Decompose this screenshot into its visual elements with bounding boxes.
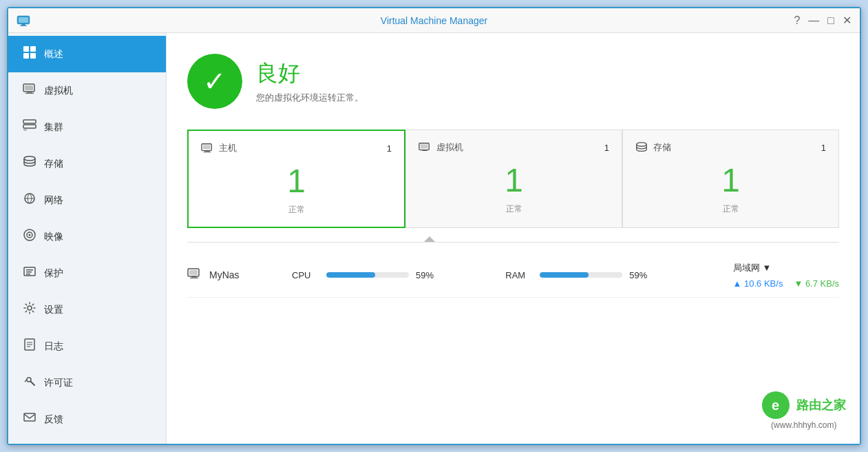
license-icon — [22, 374, 37, 391]
status-circle: ✓ — [187, 54, 242, 109]
host-icon — [201, 142, 213, 154]
sidebar-item-storage[interactable]: 存储 — [8, 145, 166, 182]
app-window: Virtual Machine Manager ? — □ ✕ 概述 虚拟机 — [7, 7, 861, 445]
network-group: 局域网 ▼ ▲ 10.6 KB/s ▼ 6.7 KB/s — [733, 262, 839, 289]
divider-arrow — [424, 236, 435, 242]
protect-icon — [22, 265, 37, 282]
status-header: ✓ 良好 您的虚拟化环境运转正常。 — [187, 54, 839, 109]
card-host-header: 主机 1 — [201, 142, 392, 154]
close-button[interactable]: ✕ — [843, 15, 851, 26]
card-storage-number: 1 — [635, 161, 826, 201]
card-host-status: 正常 — [201, 204, 392, 216]
svg-rect-1 — [19, 17, 28, 23]
sidebar-label-overview: 概述 — [44, 48, 63, 61]
help-button[interactable]: ? — [794, 15, 800, 26]
titlebar-left — [17, 14, 30, 28]
svg-point-23 — [28, 306, 32, 310]
sidebar-item-network[interactable]: 网络 — [8, 182, 166, 218]
main-area: 概述 虚拟机 集群 存储 — [8, 33, 860, 444]
card-host[interactable]: 主机 1 1 正常 — [187, 130, 405, 228]
logs-icon — [22, 338, 37, 355]
sidebar-label-protect: 保护 — [44, 267, 63, 280]
minimize-button[interactable]: — — [808, 15, 819, 26]
sidebar-item-license[interactable]: 许可证 — [8, 364, 166, 401]
network-speeds: ▲ 10.6 KB/s ▼ 6.7 KB/s — [733, 278, 839, 289]
sidebar-label-cluster: 集群 — [44, 121, 63, 134]
card-vm[interactable]: 虚拟机 1 1 正常 — [405, 130, 622, 228]
host-row-icon — [187, 267, 201, 284]
maximize-button[interactable]: □ — [827, 15, 834, 26]
card-host-label: 主机 — [219, 142, 237, 154]
card-vm-count: 1 — [604, 143, 609, 153]
sidebar-label-storage: 存储 — [44, 158, 63, 170]
sidebar-item-logs[interactable]: 日志 — [8, 328, 166, 364]
status-text: 良好 您的虚拟化环境运转正常。 — [256, 59, 363, 104]
svg-rect-6 — [23, 53, 29, 59]
window-title: Virtual Machine Manager — [381, 15, 487, 26]
cpu-label: CPU — [292, 270, 319, 280]
svg-rect-31 — [24, 413, 35, 421]
image-icon — [22, 228, 37, 245]
svg-rect-42 — [191, 276, 197, 278]
svg-rect-14 — [23, 129, 27, 131]
cpu-percent: 59% — [416, 270, 443, 280]
summary-cards: 主机 1 1 正常 虚拟机 1 1 — [187, 130, 839, 228]
svg-rect-3 — [20, 25, 27, 26]
sidebar-item-cluster[interactable]: 集群 — [8, 109, 166, 145]
cluster-icon — [22, 119, 37, 136]
download-speed: ▼ 6.7 KB/s — [794, 278, 839, 289]
watermark-url: (www.hhhyh.com) — [762, 420, 846, 430]
vm-card-icon — [419, 141, 431, 154]
sidebar-item-image[interactable]: 映像 — [8, 218, 166, 255]
svg-rect-7 — [30, 53, 36, 59]
svg-rect-41 — [189, 270, 198, 275]
card-storage-header: 存储 1 — [635, 141, 826, 154]
network-label: 局域网 — [733, 262, 760, 274]
svg-rect-33 — [203, 145, 211, 150]
network-dropdown[interactable]: 局域网 ▼ — [733, 262, 839, 274]
svg-rect-37 — [421, 145, 428, 149]
card-storage-label: 存储 — [653, 141, 671, 154]
sidebar: 概述 虚拟机 集群 存储 — [8, 33, 167, 444]
svg-point-39 — [637, 143, 646, 146]
svg-rect-4 — [23, 46, 29, 52]
watermark-logo: e — [762, 391, 790, 419]
sidebar-item-protect[interactable]: 保护 — [8, 255, 166, 291]
watermark: e 路由之家 (www.hhhyh.com) — [762, 391, 846, 430]
ram-bar — [540, 272, 589, 278]
settings-icon — [22, 301, 37, 318]
sidebar-item-overview[interactable]: 概述 — [8, 36, 166, 72]
feedback-icon — [22, 411, 37, 428]
svg-rect-35 — [204, 152, 211, 152]
status-check-icon: ✓ — [203, 68, 226, 95]
card-storage-status: 正常 — [635, 203, 826, 215]
svg-rect-20 — [26, 269, 33, 271]
svg-rect-21 — [26, 271, 32, 273]
storage-card-icon — [635, 141, 648, 154]
svg-rect-12 — [23, 120, 36, 123]
svg-line-29 — [31, 382, 35, 386]
ram-label: RAM — [505, 270, 533, 280]
card-vm-status: 正常 — [419, 203, 609, 215]
sidebar-label-vm: 虚拟机 — [44, 85, 73, 97]
svg-rect-5 — [30, 46, 36, 52]
host-name: MyNas — [209, 269, 292, 280]
ram-bar-container — [540, 272, 622, 278]
card-vm-label: 虚拟机 — [436, 141, 463, 154]
watermark-name: 路由之家 — [796, 398, 846, 412]
sidebar-item-settings[interactable]: 设置 — [8, 291, 166, 328]
sidebar-label-settings: 设置 — [44, 304, 63, 316]
ram-percent: 59% — [629, 270, 657, 280]
download-speed-value: 6.7 KB/s — [805, 278, 839, 289]
host-row: MyNas CPU 59% RAM 59% — [187, 254, 839, 298]
network-dropdown-icon: ▼ — [763, 263, 772, 273]
upload-speed: ▲ 10.6 KB/s — [733, 278, 783, 289]
sidebar-item-feedback[interactable]: 反馈 — [8, 401, 166, 438]
card-storage[interactable]: 存储 1 1 正常 — [622, 130, 839, 228]
overview-icon — [22, 45, 37, 63]
sidebar-item-vm[interactable]: 虚拟机 — [8, 72, 166, 109]
cpu-bar — [326, 272, 375, 278]
status-title: 良好 — [256, 59, 363, 89]
svg-rect-2 — [21, 24, 25, 25]
card-host-count: 1 — [387, 143, 392, 154]
